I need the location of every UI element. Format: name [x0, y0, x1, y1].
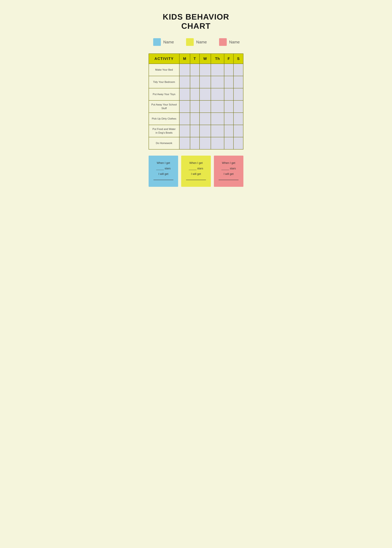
header-friday: F — [224, 54, 233, 64]
cell-homework-m — [179, 137, 190, 149]
cell-dirty-clothes-f — [224, 113, 233, 125]
cell-homework-s — [233, 137, 243, 149]
activity-homework: Do Homework — [149, 137, 179, 149]
behavior-chart-table: ACTIVITY M T W Th F S Make Your Bed Tidy… — [149, 54, 243, 150]
cell-put-away-toys-m — [179, 88, 190, 100]
reward-pink-line2: _____ stars — [217, 166, 240, 171]
page-title: KIDS BEHAVIOR CHART — [149, 12, 243, 31]
table-row: Put Away Your School Stuff — [149, 100, 243, 113]
cell-tidy-bedroom-w — [200, 76, 211, 88]
cell-put-away-toys-th — [211, 88, 224, 100]
activity-tidy-bedroom: Tidy Your Bedroom — [149, 76, 179, 88]
table-row: Make Your Bed — [149, 64, 243, 76]
reward-card-blue: When I get _____ stars I will get — [149, 156, 178, 187]
cell-tidy-bedroom-s — [233, 76, 243, 88]
activity-dog-bowls: Put Food and Water in Dog's Bowls — [149, 125, 179, 137]
legend-color-blue — [153, 38, 161, 46]
reward-blue-blank — [154, 180, 173, 180]
cell-dog-bowls-w — [200, 125, 211, 137]
legend-label-blue: Name — [163, 40, 174, 44]
cell-dog-bowls-f — [224, 125, 233, 137]
reward-pink-line1: When I get — [217, 160, 240, 166]
cell-school-stuff-t — [190, 100, 199, 113]
reward-yellow-line2: _____ stars — [184, 166, 208, 171]
cell-homework-w — [200, 137, 211, 149]
legend-item-pink: Name — [219, 38, 240, 46]
table-row: Pick Up Dirty Clothes — [149, 113, 243, 125]
reward-yellow-line3: I will get — [184, 171, 208, 177]
header-activity: ACTIVITY — [149, 54, 179, 64]
legend-label-pink: Name — [229, 40, 240, 44]
cell-school-stuff-m — [179, 100, 190, 113]
table-header-row: ACTIVITY M T W Th F S — [149, 54, 243, 64]
cell-dog-bowls-m — [179, 125, 190, 137]
cell-tidy-bedroom-m — [179, 76, 190, 88]
cell-homework-th — [211, 137, 224, 149]
cell-make-bed-t — [190, 64, 199, 76]
cell-put-away-toys-w — [200, 88, 211, 100]
cell-dirty-clothes-s — [233, 113, 243, 125]
reward-yellow-line1: When I get — [184, 160, 208, 166]
reward-card-pink: When I get _____ stars I will get — [214, 156, 243, 187]
cell-make-bed-m — [179, 64, 190, 76]
cell-dog-bowls-t — [190, 125, 199, 137]
activity-put-away-toys: Put Away Your Toys — [149, 88, 179, 100]
table-row: Put Away Your Toys — [149, 88, 243, 100]
reward-yellow-blank — [186, 180, 206, 180]
cell-make-bed-w — [200, 64, 211, 76]
activity-dirty-clothes: Pick Up Dirty Clothes — [149, 113, 179, 125]
cell-put-away-toys-f — [224, 88, 233, 100]
legend-label-yellow: Name — [196, 40, 207, 44]
cell-dirty-clothes-m — [179, 113, 190, 125]
cell-make-bed-s — [233, 64, 243, 76]
cell-tidy-bedroom-th — [211, 76, 224, 88]
cell-school-stuff-w — [200, 100, 211, 113]
reward-pink-blank — [219, 180, 238, 180]
header-monday: M — [179, 54, 190, 64]
cell-make-bed-f — [224, 64, 233, 76]
page: KIDS BEHAVIOR CHART Name Name Name ACTIV… — [141, 3, 251, 194]
header-saturday: S — [233, 54, 243, 64]
cell-school-stuff-s — [233, 100, 243, 113]
cell-dirty-clothes-th — [211, 113, 224, 125]
reward-blue-line2: _____ stars — [152, 166, 175, 171]
header-tuesday: T — [190, 54, 199, 64]
cell-tidy-bedroom-t — [190, 76, 199, 88]
legend-item-yellow: Name — [186, 38, 207, 46]
cell-tidy-bedroom-f — [224, 76, 233, 88]
activity-school-stuff: Put Away Your School Stuff — [149, 100, 179, 113]
table-row: Do Homework — [149, 137, 243, 149]
cell-homework-f — [224, 137, 233, 149]
cell-dirty-clothes-t — [190, 113, 199, 125]
activity-make-bed: Make Your Bed — [149, 64, 179, 76]
header-wednesday: W — [200, 54, 211, 64]
cell-dirty-clothes-w — [200, 113, 211, 125]
legend-color-yellow — [186, 38, 194, 46]
cell-put-away-toys-t — [190, 88, 199, 100]
table-row: Tidy Your Bedroom — [149, 76, 243, 88]
cell-put-away-toys-s — [233, 88, 243, 100]
reward-card-yellow: When I get _____ stars I will get — [181, 156, 211, 187]
table-row: Put Food and Water in Dog's Bowls — [149, 125, 243, 137]
cell-dog-bowls-th — [211, 125, 224, 137]
cell-school-stuff-f — [224, 100, 233, 113]
reward-blue-line3: I will get — [152, 171, 175, 177]
cell-dog-bowls-s — [233, 125, 243, 137]
reward-section: When I get _____ stars I will get When I… — [149, 156, 243, 187]
legend-section: Name Name Name — [149, 38, 243, 46]
cell-make-bed-th — [211, 64, 224, 76]
cell-school-stuff-th — [211, 100, 224, 113]
reward-blue-line1: When I get — [152, 160, 175, 166]
header-thursday: Th — [211, 54, 224, 64]
legend-item-blue: Name — [153, 38, 174, 46]
legend-color-pink — [219, 38, 227, 46]
cell-homework-t — [190, 137, 199, 149]
reward-pink-line3: I will get — [217, 171, 240, 177]
